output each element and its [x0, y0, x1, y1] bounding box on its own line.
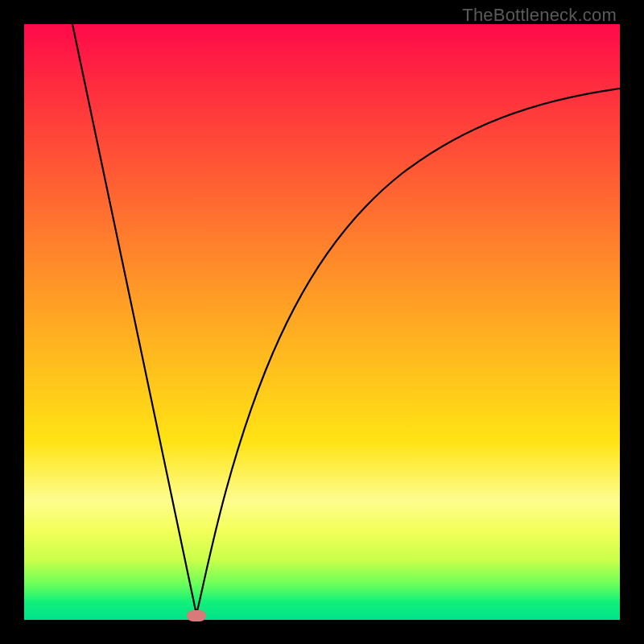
- curve-right-branch: [196, 89, 620, 614]
- plot-area: [24, 24, 620, 620]
- chart-frame: TheBottleneck.com: [0, 0, 644, 644]
- watermark-text: TheBottleneck.com: [462, 5, 617, 26]
- curve-left-branch: [72, 24, 196, 614]
- bottleneck-curve: [24, 24, 620, 620]
- minimum-marker: [187, 610, 206, 621]
